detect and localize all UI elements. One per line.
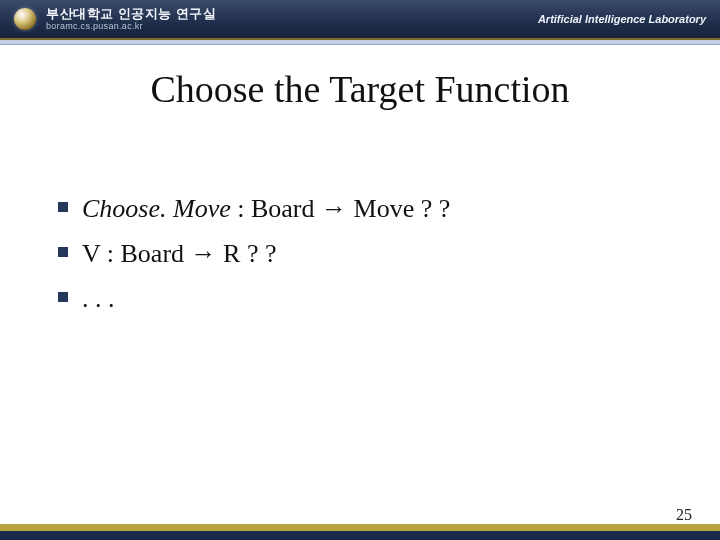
header-bar: 부산대학교 인공지능 연구실 boramc.cs.pusan.ac.kr Art…: [0, 0, 720, 40]
bullet-item: Choose. Move : Board → Move ? ?: [58, 191, 720, 226]
bullet-item: V : Board → R ? ?: [58, 236, 720, 271]
lab-identity: 부산대학교 인공지능 연구실 boramc.cs.pusan.ac.kr: [46, 7, 216, 31]
bullet-square-icon: [58, 247, 68, 257]
lab-name-english: Artificial Intelligence Laboratory: [538, 13, 706, 25]
footer-bar-navy: [0, 531, 720, 540]
footer-bars: [0, 524, 720, 540]
slide-title: Choose the Target Function: [0, 67, 720, 111]
slide-body: Choose. Move : Board → Move ? ? V : Boar…: [0, 191, 720, 316]
slide: 부산대학교 인공지능 연구실 boramc.cs.pusan.ac.kr Art…: [0, 0, 720, 540]
bullet-square-icon: [58, 292, 68, 302]
footer-bar-gold: [0, 524, 720, 531]
lab-name-native: 부산대학교 인공지능 연구실: [46, 7, 216, 21]
lab-url: boramc.cs.pusan.ac.kr: [46, 22, 216, 31]
bullet-square-icon: [58, 202, 68, 212]
bullet-item: . . .: [58, 281, 720, 316]
header-rule-thin: [0, 44, 720, 45]
page-number: 25: [676, 506, 692, 524]
bullet-text: . . .: [82, 281, 115, 316]
bullet-text: V : Board → R ? ?: [82, 236, 277, 271]
bullet-text: Choose. Move : Board → Move ? ?: [82, 191, 450, 226]
university-crest-icon: [14, 8, 36, 30]
